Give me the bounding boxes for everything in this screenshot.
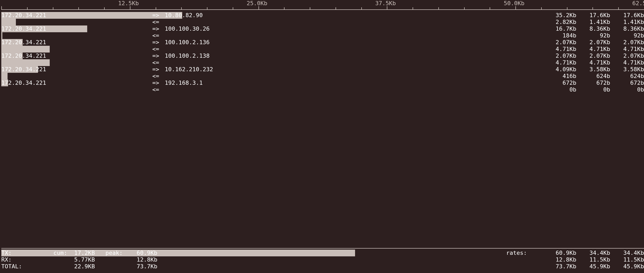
rates-label: rates: — [498, 250, 527, 256]
rate-10s: 4.71Kb — [576, 59, 610, 66]
rate-values: 184b92b92b — [542, 32, 644, 39]
tx-arrow-icon: => — [152, 80, 165, 86]
rx-arrow-icon: <= — [152, 19, 165, 25]
rate-10s: 672b — [576, 80, 610, 86]
connection-row: 172.20.34.221=>10.162.210.2324.09Kb3.58K… — [0, 66, 644, 73]
rate-2s: 2.82Kb — [542, 19, 576, 25]
summary-row-tx: TX:cum:17.2KBpeak:60.9Kbrates:60.9Kb34.4… — [1, 250, 644, 256]
rate-40s: 4.71Kb — [610, 46, 644, 53]
connection-row: <=4.71Kb4.71Kb4.71Kb — [0, 59, 644, 66]
rate-40s: 3.58Kb — [610, 66, 644, 73]
rate-values: 4.71Kb4.71Kb4.71Kb — [542, 46, 644, 53]
summary-divider — [1, 248, 644, 249]
cum-value: 17.2KB — [74, 250, 105, 256]
scale-label: 25.0Kb — [247, 0, 267, 7]
rate-2s: 672b — [542, 80, 576, 86]
rate-10s: 4.71Kb — [576, 46, 610, 53]
connection-row: <=184b92b92b — [0, 32, 644, 39]
source-host: 172.20.34.221 — [1, 53, 152, 59]
rate-2s: 184b — [542, 32, 576, 39]
rate-10s: 45.9Kb — [576, 263, 610, 270]
rate-10s: 0b — [576, 86, 610, 93]
source-host: 172.20.34.221 — [1, 39, 152, 46]
rate-values: 2.07Kb2.07Kb2.07Kb — [542, 53, 644, 59]
rate-40s: 2.07Kb — [610, 39, 644, 46]
rate-10s: 1.41Kb — [576, 19, 610, 25]
connection-row: <=4.71Kb4.71Kb4.71Kb — [0, 46, 644, 53]
rate-10s: 11.5Kb — [576, 256, 610, 263]
tx-arrow-icon: => — [152, 39, 165, 46]
rate-2s: 60.9Kb — [542, 250, 576, 256]
rate-values: 4.09Kb3.58Kb3.58Kb — [542, 66, 644, 73]
source-host: 172.20.34.221 — [1, 80, 152, 86]
rate-40s: 672b — [610, 80, 644, 86]
connection-row: 172.20.34.221=>100.100.2.1362.07Kb2.07Kb… — [0, 39, 644, 46]
source-host: 172.20.34.221 — [1, 12, 152, 19]
tx-arrow-icon: => — [152, 66, 165, 73]
peak-value: 73.7Kb — [137, 263, 168, 270]
rx-arrow-icon: <= — [152, 59, 165, 66]
rate-2s: 2.07Kb — [542, 53, 576, 59]
rate-10s: 92b — [576, 32, 610, 39]
scale-label: 50.0Kb — [504, 0, 524, 7]
bandwidth-scale: 12.5Kb25.0Kb37.5Kb50.0Kb62.5Kb — [0, 0, 644, 10]
rate-2s: 4.09Kb — [542, 66, 576, 73]
rate-2s: 4.71Kb — [542, 46, 576, 53]
rate-values: 2.82Kb1.41Kb1.41Kb — [542, 19, 644, 25]
connection-row: <=0b0b0b — [0, 86, 644, 93]
rate-2s: 16.7Kb — [542, 25, 576, 32]
rate-40s: 17.6Kb — [610, 12, 644, 19]
rate-2s: 73.7Kb — [542, 263, 576, 270]
dest-host: 100.100.30.26 — [165, 25, 305, 32]
rate-2s: 12.8Kb — [542, 256, 576, 263]
rate-10s: 3.58Kb — [576, 66, 610, 73]
rx-arrow-icon: <= — [152, 46, 165, 53]
rate-10s: 2.07Kb — [576, 39, 610, 46]
rx-arrow-icon: <= — [152, 73, 165, 80]
rate-values: 16.7Kb8.36Kb8.36Kb — [542, 25, 644, 32]
source-host: 172.20.34.221 — [1, 25, 152, 32]
summary-row-rx: RX:5.77KB12.8Kb12.8Kb11.5Kb11.5Kb — [1, 256, 644, 263]
peak-label: peak: — [105, 250, 137, 256]
dest-host: 100.100.2.136 — [165, 39, 305, 46]
rate-10s: 8.36Kb — [576, 25, 610, 32]
rate-values: 2.07Kb2.07Kb2.07Kb — [542, 39, 644, 46]
rx-arrow-icon: <= — [152, 32, 165, 39]
connection-row: <=2.82Kb1.41Kb1.41Kb — [0, 19, 644, 25]
rate-40s: 0b — [610, 86, 644, 93]
connection-row: 172.20.34.221=>100.100.30.2616.7Kb8.36Kb… — [0, 25, 644, 32]
connection-row: 172.20.34.221=>192.168.3.1672b672b672b — [0, 80, 644, 86]
connection-row: <=416b624b624b — [0, 73, 644, 80]
cum-label: cum: — [53, 250, 74, 256]
rate-values: 416b624b624b — [542, 73, 644, 80]
rate-2s: 0b — [542, 86, 576, 93]
rate-10s: 624b — [576, 73, 610, 80]
summary-label: TX: — [1, 250, 53, 256]
rate-10s: 34.4Kb — [576, 250, 610, 256]
tx-arrow-icon: => — [152, 12, 165, 19]
scale-label: 37.5Kb — [375, 0, 396, 7]
summary-section: TX:cum:17.2KBpeak:60.9Kbrates:60.9Kb34.4… — [1, 250, 644, 270]
rate-40s: 45.9Kb — [610, 263, 644, 270]
summary-label: TOTAL: — [1, 263, 53, 270]
dest-host: 10.80.82.90 — [165, 12, 305, 19]
peak-value: 12.8Kb — [137, 256, 168, 263]
rate-values: 35.2Kb17.6Kb17.6Kb — [542, 12, 644, 19]
dest-host: 100.100.2.138 — [165, 53, 305, 59]
rate-40s: 624b — [610, 73, 644, 80]
rate-values: 0b0b0b — [542, 86, 644, 93]
dest-host: 192.168.3.1 — [165, 80, 305, 86]
rate-40s: 1.41Kb — [610, 19, 644, 25]
rate-40s: 34.4Kb — [610, 250, 644, 256]
tx-arrow-icon: => — [152, 53, 165, 59]
scale-label: 12.5Kb — [118, 0, 139, 7]
cum-value: 5.77KB — [74, 256, 105, 263]
dest-host: 10.162.210.232 — [165, 66, 305, 73]
rate-2s: 2.07Kb — [542, 39, 576, 46]
connection-row: 172.20.34.221=>10.80.82.9035.2Kb17.6Kb17… — [0, 12, 644, 19]
rate-values: 672b672b672b — [542, 80, 644, 86]
summary-label: RX: — [1, 256, 53, 263]
rate-40s: 92b — [610, 32, 644, 39]
summary-row-total: TOTAL:22.9KB73.7Kb73.7Kb45.9Kb45.9Kb — [1, 263, 644, 270]
rate-2s: 35.2Kb — [542, 12, 576, 19]
